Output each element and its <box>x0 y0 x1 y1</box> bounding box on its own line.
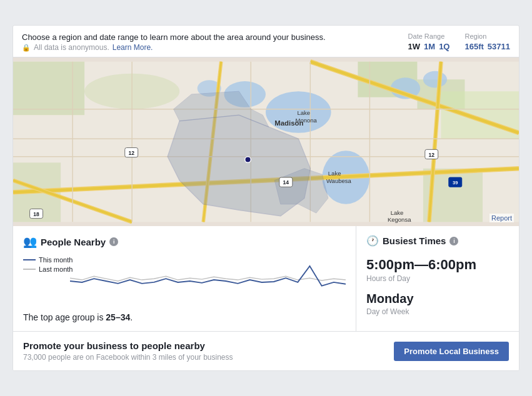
busiest-times-title: 🕐 Busiest Times i <box>366 235 509 247</box>
people-nearby-title: 👥 People Nearby i <box>23 235 346 249</box>
lock-icon: 🔒 <box>22 44 31 52</box>
svg-text:Lake: Lake <box>328 170 341 177</box>
chart-area: This month Last month <box>23 256 346 306</box>
day-peak: Monday <box>366 292 509 306</box>
people-icon: 👥 <box>23 235 37 249</box>
age-group-suffix: . <box>130 312 133 322</box>
age-group-prefix: The top age group is <box>23 312 106 322</box>
age-group-bold: 25–34 <box>106 312 130 322</box>
date-range-label: Date Range <box>408 32 445 40</box>
promote-subtext: 73,000 people are on Facebook within 3 m… <box>23 353 233 362</box>
age-group-text: The top age group is 25–34. <box>23 312 346 322</box>
svg-text:Lake: Lake <box>391 209 404 216</box>
region-label: Region <box>464 32 486 40</box>
svg-text:Monona: Monona <box>296 117 318 124</box>
busiest-times-label: Busiest Times <box>383 235 446 246</box>
svg-rect-7 <box>441 91 519 139</box>
map-report-link[interactable]: Report <box>489 214 514 222</box>
this-month-line <box>23 259 36 260</box>
promote-footer: Promote your business to people nearby 7… <box>13 332 519 370</box>
anon-row: 🔒 All data is anonymous. Learn More. <box>22 43 326 52</box>
date-range-1w[interactable]: 1W <box>408 42 421 51</box>
time-peak: 5:00pm—6:00pm <box>366 257 509 273</box>
date-range-options: 1W 1M 1Q <box>408 42 450 51</box>
day-sub: Day of Week <box>366 307 509 316</box>
main-card: Choose a region and date range to learn … <box>13 25 519 371</box>
promote-local-business-button[interactable]: Promote Local Business <box>394 342 509 361</box>
last-month-label: Last month <box>39 265 73 273</box>
date-range-1m[interactable]: 1M <box>424 42 435 51</box>
date-range-group: Date Range 1W 1M 1Q <box>408 32 450 51</box>
busiest-times-info-icon[interactable]: i <box>449 237 458 245</box>
learn-more-link[interactable]: Learn More. <box>113 43 153 52</box>
people-nearby-label: People Nearby <box>41 237 106 247</box>
region-values: 165ft 53711 <box>464 42 510 51</box>
anon-text: All data is anonymous. <box>34 43 109 52</box>
svg-text:39: 39 <box>453 181 458 186</box>
promote-heading: Promote your business to people nearby <box>23 340 233 351</box>
region-53711[interactable]: 53711 <box>488 42 510 51</box>
svg-text:14: 14 <box>283 180 289 186</box>
time-sub: Hours of Day <box>366 274 509 283</box>
description-text: Choose a region and date range to learn … <box>22 32 326 43</box>
region-group: Region 165ft 53711 <box>464 32 510 51</box>
svg-text:Waubesa: Waubesa <box>326 177 351 184</box>
stats-section: 👥 People Nearby i This month Last month <box>13 226 519 332</box>
map-container[interactable]: 12 14 12 39 18 Madison Lake Monona Lake … <box>13 57 519 226</box>
region-165ft[interactable]: 165ft <box>464 42 483 51</box>
chart-legend: This month Last month <box>23 256 73 273</box>
legend-this-month: This month <box>23 256 73 264</box>
chart-svg-container <box>70 256 346 306</box>
line-chart <box>70 256 346 306</box>
header-right: Date Range 1W 1M 1Q Region 165ft 53711 <box>408 32 510 51</box>
legend-last-month: Last month <box>23 265 73 273</box>
svg-point-37 <box>245 157 251 163</box>
promote-text: Promote your business to people nearby 7… <box>23 340 233 362</box>
this-month-label: This month <box>39 256 73 264</box>
svg-text:18: 18 <box>33 211 39 217</box>
header-left: Choose a region and date range to learn … <box>22 32 326 52</box>
svg-text:12: 12 <box>428 152 434 158</box>
svg-point-11 <box>423 71 447 88</box>
date-range-1q[interactable]: 1Q <box>439 42 449 51</box>
svg-text:12: 12 <box>128 150 134 156</box>
header: Choose a region and date range to learn … <box>13 26 519 57</box>
people-nearby-panel: 👥 People Nearby i This month Last month <box>13 226 356 331</box>
svg-text:Lake: Lake <box>297 109 310 116</box>
map-svg: 12 14 12 39 18 Madison Lake Monona Lake … <box>13 57 519 226</box>
clock-icon: 🕐 <box>366 235 379 247</box>
people-nearby-info-icon[interactable]: i <box>109 237 118 246</box>
svg-rect-2 <box>13 62 84 116</box>
busiest-times-panel: 🕐 Busiest Times i 5:00pm—6:00pm Hours of… <box>356 226 519 331</box>
last-month-line <box>23 269 36 270</box>
svg-text:Kegonsa: Kegonsa <box>388 216 411 223</box>
